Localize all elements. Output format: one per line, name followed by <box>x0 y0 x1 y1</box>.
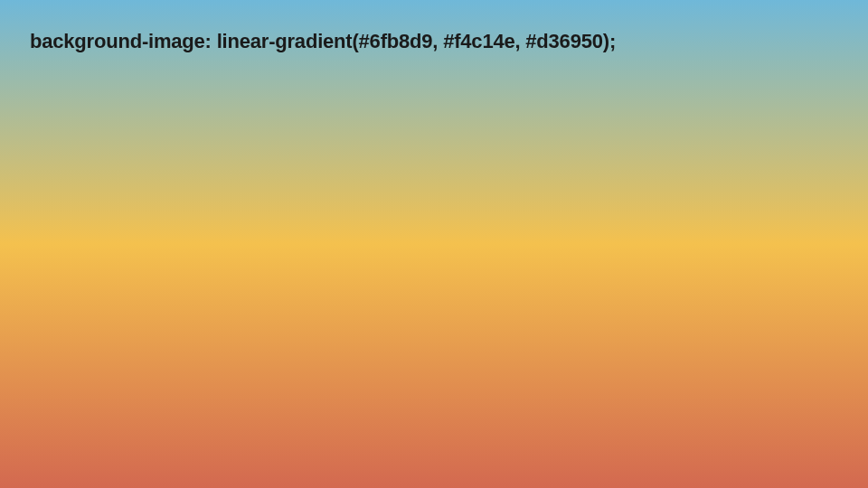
css-code-text: background-image: linear-gradient(#6fb8d… <box>30 30 616 53</box>
